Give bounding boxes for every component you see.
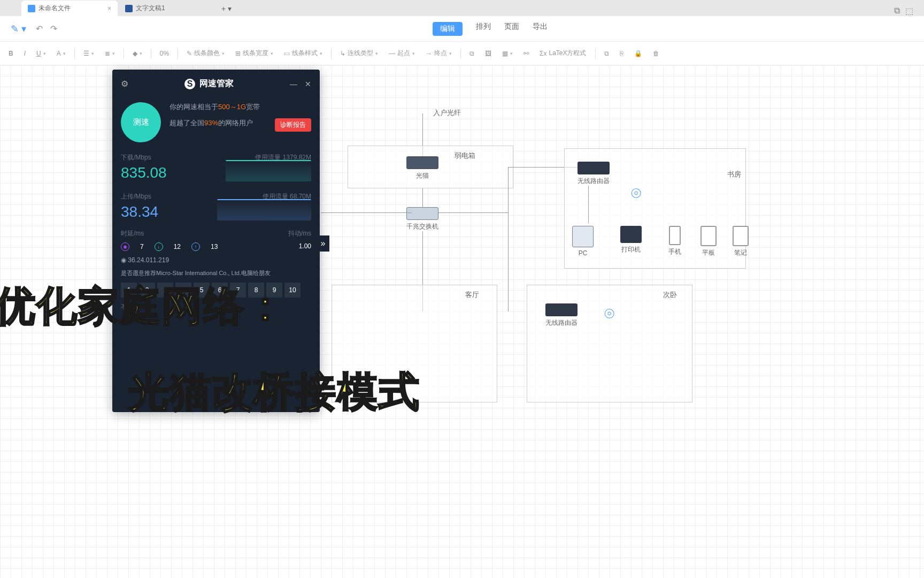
pc-device[interactable]: PC (572, 226, 594, 257)
link-button[interactable]: ⚯ (519, 48, 533, 59)
list-button[interactable]: ≣▾ (101, 48, 119, 59)
survey-text: 是否愿意推荐Micro-Star International Co., Ltd.… (121, 269, 311, 277)
connection-line (422, 188, 423, 210)
fill-button[interactable]: ◆▾ (128, 48, 147, 59)
upload-chart (217, 199, 311, 220)
ip-address: ◉ 36.24.011.219 (121, 256, 311, 264)
lock-button[interactable]: 🔒 (630, 48, 646, 59)
living-room-label: 客厅 (465, 290, 479, 300)
connection-type-button[interactable]: ↳ 连线类型▾ (336, 47, 382, 60)
rating-10[interactable]: 10 (284, 283, 301, 298)
laptop-device[interactable]: 笔记 (733, 226, 749, 257)
minimize-button[interactable]: — (290, 80, 297, 88)
group-button[interactable]: ⧉ (465, 48, 479, 59)
switch-device[interactable]: 千兆交换机 (406, 207, 438, 231)
weak-box-label: 弱电箱 (455, 151, 475, 161)
tab-label: 未命名文件 (38, 4, 71, 13)
modem-icon (406, 156, 438, 169)
printer-device[interactable]: 打印机 (620, 226, 642, 254)
jitter-label: 抖动/ms (288, 229, 311, 238)
italic-button[interactable]: I (20, 48, 30, 59)
speed-test-button[interactable]: 测速 (121, 102, 161, 142)
redo-button[interactable]: ↷ (50, 24, 57, 34)
latency-label: 时延/ms (121, 229, 218, 238)
download-chart (226, 160, 311, 181)
trash-button[interactable]: 🗑 (649, 48, 664, 59)
mode-page[interactable]: 页面 (504, 22, 519, 36)
tab-right-controls: ⧉ ⬚ (894, 6, 924, 16)
mode-arrange[interactable]: 排列 (476, 22, 491, 36)
overlay-title-1: 优化家庭网络： (0, 279, 287, 334)
latex-button[interactable]: Σx LaTeX方程式 (535, 47, 590, 60)
bedroom-box[interactable] (527, 285, 692, 402)
gear-icon[interactable]: ⚙ (121, 79, 128, 89)
expand-button[interactable]: » (317, 235, 329, 252)
metric-icon: ◉ (121, 242, 129, 251)
connection-line (438, 212, 508, 213)
start-point-button[interactable]: — 起点▾ (384, 47, 419, 60)
main-toolbar: ✎ ▾ ↶ ↷ 编辑 排列 页面 导出 (0, 16, 924, 42)
align-button[interactable]: ☰▾ (79, 48, 98, 59)
word-file-icon (125, 5, 133, 12)
end-point-button[interactable]: → 终点▾ (421, 47, 456, 60)
line-color-button[interactable]: ✎ 线条颜色▾ (182, 47, 229, 60)
metric-icon: ↑ (191, 242, 200, 251)
printer-icon (620, 226, 642, 243)
upload-label: 上传/Mbps (121, 192, 151, 201)
opacity-input[interactable]: 0% (156, 48, 173, 59)
tablet-device[interactable]: 平板 (700, 226, 717, 257)
canvas[interactable]: ⚙ S 网速管家 — ✕ 测速 你的网速相当于500～1G宽带 超越了全国93%… (0, 65, 924, 578)
format-toolbar: B I U▾ A▾ ☰▾ ≣▾ ◆▾ 0% ✎ 线条颜色▾ ⊞ 线条宽度▾ ▭ … (0, 42, 924, 65)
router-icon (578, 162, 610, 174)
pc-icon (572, 226, 594, 247)
bold-button[interactable]: B (4, 48, 18, 59)
laptop-icon (733, 226, 749, 246)
router-device-2[interactable]: 无线路由器 (545, 303, 578, 328)
underline-button[interactable]: U▾ (32, 48, 50, 59)
undo-redo: ↶ ↷ (36, 24, 57, 34)
layout-icon[interactable]: ⧉ (894, 6, 900, 16)
widget-title: S 网速管家 (184, 78, 234, 89)
study-label: 书房 (727, 170, 741, 179)
fiber-label: 入户光纤 (433, 108, 461, 118)
tab-word-doc[interactable]: 文字文稿1 (119, 1, 215, 16)
mode-export[interactable]: 导出 (533, 22, 548, 36)
close-button[interactable]: ✕ (305, 80, 311, 88)
upload-speed: 38.34 (121, 203, 158, 220)
widget-logo-icon: S (184, 79, 195, 89)
download-label: 下载/Mbps (121, 153, 151, 162)
metric-icon: ↓ (155, 242, 163, 251)
add-tab-button[interactable]: + ▾ (216, 1, 237, 16)
cube-icon[interactable]: ⬚ (905, 6, 913, 16)
tablet-icon (700, 226, 717, 246)
diagnosis-button[interactable]: 诊断报告 (275, 118, 311, 132)
download-speed: 835.08 (121, 164, 167, 181)
router-device[interactable]: 无线路由器 (578, 162, 610, 186)
connection-line (321, 212, 412, 213)
duplicate-button[interactable]: ⎘ (615, 48, 628, 59)
arrange-button[interactable]: ⧉ (600, 48, 613, 59)
line-width-button[interactable]: ⊞ 线条宽度▾ (231, 47, 278, 60)
connection-line (588, 186, 589, 223)
diagram-file-icon (28, 5, 35, 12)
tab-label: 文字文稿1 (136, 4, 165, 13)
mode-tabs: 编辑 排列 页面 导出 (433, 22, 548, 36)
phone-icon (669, 226, 681, 245)
pencil-icon[interactable]: ✎ ▾ (11, 23, 26, 35)
image-button[interactable]: 🖼 (481, 48, 496, 59)
undo-button[interactable]: ↶ (36, 24, 43, 34)
close-icon[interactable]: × (107, 5, 111, 12)
router-icon (545, 303, 578, 316)
connection-line (508, 167, 509, 311)
bedroom-label: 次卧 (663, 290, 677, 300)
line-style-button[interactable]: ▭ 线条样式▾ (280, 47, 327, 60)
phone-device[interactable]: 手机 (668, 226, 681, 256)
tab-untitled[interactable]: 未命名文件 × (21, 1, 118, 16)
table-button[interactable]: ▦▾ (498, 48, 517, 59)
speed-test-widget: ⚙ S 网速管家 — ✕ 测速 你的网速相当于500～1G宽带 超越了全国93%… (112, 70, 320, 412)
switch-icon (406, 207, 438, 220)
overlay-title-2: 光猫改桥接模式 (128, 365, 420, 420)
modem-device[interactable]: 光猫 (406, 156, 438, 180)
mode-edit[interactable]: 编辑 (433, 22, 463, 36)
font-color-button[interactable]: A▾ (52, 48, 70, 59)
